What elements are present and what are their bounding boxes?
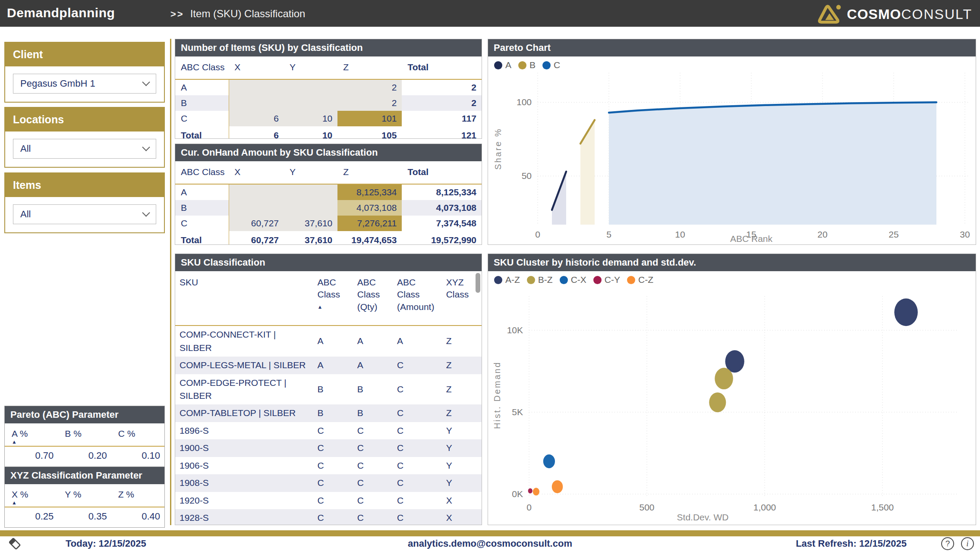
- table-row[interactable]: COMP-CONNECT-KIT | SILBERAAAZ: [175, 326, 482, 357]
- legend-item[interactable]: C-Z: [627, 275, 653, 285]
- column-header[interactable]: Z: [337, 161, 402, 184]
- row-total: 2: [402, 95, 482, 111]
- bubble-C-Y[interactable]: [528, 488, 533, 493]
- row-total: 7,374,548: [402, 216, 482, 231]
- sku-cluster-chart[interactable]: 05001,0001,5000K5K10KStd.Dev. WDHist. De…: [488, 270, 976, 525]
- user-email: analytics.demo@cosmoconsult.com: [408, 538, 572, 549]
- table-row[interactable]: COMP-EDGE-PROTECT | SILBERBBCZ: [175, 374, 482, 405]
- column-header[interactable]: ABC Class: [175, 161, 229, 184]
- column-header[interactable]: Z %: [111, 488, 164, 507]
- onhand-by-classification-panel: Cur. OnHand Amount by SKU Classification…: [175, 144, 482, 245]
- table-row[interactable]: 1906-SCCCY: [175, 457, 482, 474]
- last-refresh-date: Last Refresh: 12/15/2025: [796, 538, 907, 549]
- items-dropdown[interactable]: All: [13, 204, 156, 224]
- total-cell: 60,727: [229, 231, 284, 245]
- bubble-C-X[interactable]: [543, 454, 555, 468]
- table-row[interactable]: COMP-TABLETOP | SILBERBBCZ: [175, 404, 482, 422]
- matrix-row[interactable]: A22: [175, 79, 482, 95]
- column-header[interactable]: A %▲: [5, 427, 58, 446]
- column-header[interactable]: B %: [58, 427, 111, 446]
- xyz-parameter-title: XYZ Classification Parameter: [5, 467, 164, 484]
- column-header[interactable]: X: [229, 56, 284, 79]
- client-dropdown[interactable]: Pegasus GmbH 1: [13, 74, 156, 94]
- column-header[interactable]: Total: [402, 56, 482, 79]
- legend-item[interactable]: C-Y: [593, 275, 620, 285]
- legend-item[interactable]: C-X: [560, 275, 586, 285]
- column-header[interactable]: X: [229, 161, 284, 184]
- class-cell: C: [313, 492, 353, 509]
- class-cell: C: [313, 457, 353, 474]
- legend-item[interactable]: B-Z: [527, 275, 553, 285]
- table-row[interactable]: 1908-SCCCY: [175, 474, 482, 492]
- bubble-A-Z[interactable]: [894, 298, 917, 326]
- value-cell: 37,610: [284, 216, 337, 231]
- pareto-chart-legend: ABC: [494, 60, 560, 70]
- bubble-C-Z[interactable]: [552, 480, 563, 493]
- svg-text:10: 10: [675, 229, 685, 239]
- sku-cell: 1928-S: [175, 509, 313, 525]
- value-cell: 101: [337, 111, 402, 126]
- class-cell: Y: [442, 457, 482, 474]
- info-icon[interactable]: i: [961, 537, 974, 550]
- column-header[interactable]: Y %: [58, 488, 111, 507]
- column-header[interactable]: ABC Class (Amount): [393, 271, 442, 326]
- bubble-C-Z[interactable]: [533, 488, 539, 495]
- value-cell: 0.25: [5, 511, 58, 522]
- legend-dot-icon: [542, 61, 551, 69]
- class-cell: C: [313, 474, 353, 492]
- table-row[interactable]: 1920-SCCCX: [175, 492, 482, 509]
- row-total: 4,073,108: [402, 200, 482, 216]
- class-cell: C: [353, 422, 393, 439]
- class-cell: C: [313, 422, 353, 439]
- pareto-chart[interactable]: 05101520253050100ABC RankShare %: [488, 56, 976, 245]
- matrix-row[interactable]: B4,073,1084,073,108: [175, 200, 482, 216]
- bubble-B-Z[interactable]: [709, 392, 726, 412]
- table-row[interactable]: COMP-LEGS-METAL | SILBERAACZ: [175, 357, 482, 374]
- class-cell: A: [393, 326, 442, 357]
- legend-item[interactable]: B: [518, 60, 536, 70]
- table-row[interactable]: 1896-SCCCY: [175, 422, 482, 439]
- row-label: A: [175, 184, 229, 200]
- matrix-row[interactable]: A8,125,3348,125,334: [175, 184, 482, 200]
- chevron-down-icon: [142, 209, 150, 216]
- sku-classification-table: SKU ABC Class▲ABC Class (Qty) ABC Class …: [175, 271, 482, 525]
- bubble-B-Z[interactable]: [715, 368, 733, 389]
- total-cell: 10: [284, 126, 337, 139]
- value-cell: [229, 184, 284, 200]
- column-header[interactable]: ABC Class (Qty): [353, 271, 393, 326]
- class-cell: C: [353, 509, 393, 525]
- sku-cell: 1908-S: [175, 474, 313, 492]
- legend-item[interactable]: A: [494, 60, 511, 70]
- column-header[interactable]: Y: [284, 56, 337, 79]
- help-icon[interactable]: ?: [941, 537, 954, 550]
- vertical-scrollbar[interactable]: [476, 273, 480, 293]
- column-header[interactable]: C %: [111, 427, 164, 446]
- svg-text:0: 0: [526, 502, 532, 512]
- class-cell: A: [353, 326, 393, 357]
- total-cell: 6: [229, 126, 284, 139]
- sku-cell: 1920-S: [175, 492, 313, 509]
- column-header[interactable]: ABC Class▲: [313, 271, 353, 326]
- legend-item[interactable]: A-Z: [494, 275, 520, 285]
- sku-cell: COMP-LEGS-METAL | SILBER: [175, 357, 313, 374]
- locations-dropdown[interactable]: All: [13, 139, 156, 159]
- table-row[interactable]: 1928-SCCCX: [175, 509, 482, 525]
- column-header[interactable]: Z: [337, 56, 402, 79]
- logo-text-light: CONSULT: [901, 6, 972, 22]
- column-header[interactable]: Y: [284, 161, 337, 184]
- column-header[interactable]: ABC Class: [175, 56, 229, 79]
- row-label: B: [175, 95, 229, 111]
- class-cell: Y: [442, 439, 482, 457]
- matrix-row[interactable]: B22: [175, 95, 482, 111]
- matrix-row[interactable]: C610101117: [175, 111, 482, 126]
- column-header[interactable]: SKU: [175, 271, 313, 326]
- table-row[interactable]: 1900-SCCCY: [175, 439, 482, 457]
- matrix-row[interactable]: C60,72737,6107,276,2117,374,548: [175, 216, 482, 231]
- series-area-C: [609, 102, 936, 225]
- column-header[interactable]: X %▲: [5, 488, 58, 507]
- breadcrumb: >>Item (SKU) Classification: [170, 8, 305, 20]
- column-header[interactable]: Total: [402, 161, 482, 184]
- pareto-parameter-header: A %▲ B % C %: [5, 423, 164, 447]
- class-cell: A: [353, 357, 393, 374]
- legend-item[interactable]: C: [542, 60, 560, 70]
